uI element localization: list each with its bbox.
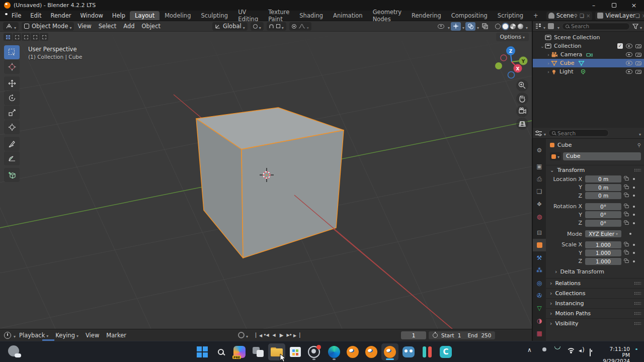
tab-compositing[interactable]: Compositing <box>446 11 493 20</box>
tool-annotate[interactable] <box>4 137 20 151</box>
transform-orientation-selector[interactable]: Global <box>212 22 248 31</box>
material-properties-tab[interactable]: ◑ <box>533 314 546 327</box>
world-properties-tab[interactable]: ◍ <box>533 210 546 223</box>
viewlayer-selector[interactable]: ViewLayer ❏ × <box>595 12 644 20</box>
panel-grip-icon[interactable] <box>634 282 641 285</box>
camera-view-button[interactable] <box>516 105 528 117</box>
menu-window[interactable]: Window <box>75 12 107 19</box>
physics-properties-tab[interactable]: ◎ <box>533 277 546 289</box>
godot-button[interactable] <box>400 343 417 360</box>
tab-rendering[interactable]: Rendering <box>407 11 446 20</box>
visibility-panel[interactable]: Visibility <box>546 318 644 328</box>
outliner-row-light[interactable]: › Light <box>533 67 644 76</box>
tool-add-cube[interactable] <box>4 168 20 182</box>
outliner-row-camera[interactable]: › Camera <box>533 50 644 59</box>
animate-dot-icon[interactable] <box>629 233 631 235</box>
motion-paths-panel[interactable]: Motion Paths <box>546 308 644 318</box>
file-explorer-button[interactable] <box>268 343 285 360</box>
lock-icon[interactable] <box>625 222 629 225</box>
current-frame-field[interactable]: 1 <box>401 331 426 339</box>
battery-icon[interactable] <box>590 349 591 356</box>
collapse-caret-icon[interactable]: ⌄ <box>540 44 545 49</box>
properties-search[interactable] <box>548 129 609 137</box>
animate-dot-icon[interactable] <box>633 206 635 208</box>
viewport-canvas[interactable]: Z Y X <box>0 32 532 329</box>
tool-scale[interactable] <box>4 106 20 120</box>
snap-controls[interactable] <box>267 22 286 31</box>
instancing-panel[interactable]: Instancing <box>546 298 644 308</box>
menu-object[interactable]: Object <box>138 23 164 30</box>
store-button[interactable] <box>287 343 304 360</box>
jump-to-end-button[interactable]: ▶ <box>293 333 300 338</box>
properties-search-input[interactable] <box>557 130 605 136</box>
gizmo-neg-y[interactable] <box>495 62 502 69</box>
delete-viewlayer-icon[interactable]: × <box>642 13 644 19</box>
tool-move[interactable] <box>4 76 20 90</box>
tool-transform[interactable] <box>4 120 20 134</box>
edge-button[interactable] <box>326 343 343 360</box>
proportional-edit-controls[interactable] <box>289 22 311 31</box>
panel-grip-icon[interactable] <box>634 168 641 172</box>
tab-modeling[interactable]: Modeling <box>159 11 196 20</box>
tool-cursor[interactable] <box>4 60 20 74</box>
shading-rendered-button[interactable] <box>518 24 523 29</box>
shading-wireframe-button[interactable] <box>495 24 501 29</box>
object-properties-tab[interactable] <box>533 239 546 251</box>
start-button[interactable] <box>194 343 211 360</box>
play-button[interactable]: ▶ <box>278 332 285 338</box>
object-name-field[interactable]: Cube <box>563 152 641 160</box>
outliner-row-scene-collection[interactable]: Scene Collection <box>533 33 644 42</box>
delete-scene-icon[interactable]: × <box>586 13 590 19</box>
render-visibility-icon[interactable] <box>635 44 641 48</box>
close-button[interactable]: × <box>624 0 644 11</box>
menu-marker[interactable]: Marker <box>103 332 130 339</box>
pin-icon[interactable]: ⚲ <box>637 142 641 148</box>
minimize-button[interactable]: – <box>584 0 604 11</box>
location-z-field[interactable]: 0 m <box>585 192 621 199</box>
render-properties-tab[interactable]: ▣ <box>533 160 546 172</box>
chevron-down-icon[interactable] <box>637 128 641 138</box>
select-mode-set[interactable] <box>4 33 12 41</box>
menu-view[interactable]: View <box>74 23 95 30</box>
task-view-button[interactable] <box>250 343 267 360</box>
menu-edit[interactable]: Edit <box>26 12 46 19</box>
texture-properties-tab[interactable]: ▦ <box>533 327 546 339</box>
pan-button[interactable] <box>516 93 528 105</box>
delta-transform-row[interactable]: Delta Transform <box>546 267 644 276</box>
animate-dot-icon[interactable] <box>633 187 635 189</box>
blender-app-button-1[interactable] <box>344 343 361 360</box>
bars-app-button[interactable] <box>419 343 436 360</box>
start-frame-field[interactable]: 1 <box>458 332 461 338</box>
animate-dot-icon[interactable] <box>633 195 635 197</box>
search-button[interactable] <box>212 343 229 360</box>
new-viewlayer-icon[interactable]: ❏ <box>635 13 640 19</box>
animate-dot-icon[interactable] <box>633 244 635 246</box>
output-properties-tab[interactable]: ⎙ <box>533 172 546 185</box>
editor-type-selector[interactable] <box>3 22 19 31</box>
transform-panel-header[interactable]: Transform <box>546 165 644 175</box>
menu-playback[interactable]: Playback <box>16 332 52 339</box>
taskbar-clock[interactable]: 7:11:10 PM 9/29/2024 <box>602 346 630 362</box>
constraints-properties-tab[interactable]: ✇ <box>533 289 546 302</box>
snap-magnet-icon[interactable] <box>269 24 274 28</box>
viewlayer-properties-tab[interactable]: ❏ <box>533 185 546 198</box>
scale-z-field[interactable]: 1.000 <box>585 258 621 265</box>
outliner-row-collection[interactable]: ⌄ Collection ✓ <box>533 42 644 50</box>
outliner-search-input[interactable] <box>571 23 626 29</box>
scene-properties-tab[interactable]: ❖ <box>533 198 546 210</box>
menu-file[interactable]: File <box>7 12 26 19</box>
select-mode-invert[interactable] <box>31 33 39 41</box>
tab-sculpting[interactable]: Sculpting <box>196 11 233 20</box>
tab-shading[interactable]: Shading <box>294 11 328 20</box>
collections-panel[interactable]: Collections <box>546 288 644 298</box>
render-visibility-icon[interactable] <box>635 61 641 65</box>
panel-grip-icon[interactable] <box>634 322 641 325</box>
mode-selector[interactable]: Object Mode <box>22 22 74 31</box>
cube-object[interactable] <box>196 108 344 258</box>
panel-grip-icon[interactable] <box>634 292 641 295</box>
end-frame-field[interactable]: 250 <box>481 332 491 338</box>
lock-icon[interactable] <box>625 194 629 197</box>
shading-solid-button[interactable] <box>503 24 508 29</box>
rotation-z-field[interactable]: 0° <box>585 220 621 227</box>
restore-button[interactable] <box>604 0 624 11</box>
